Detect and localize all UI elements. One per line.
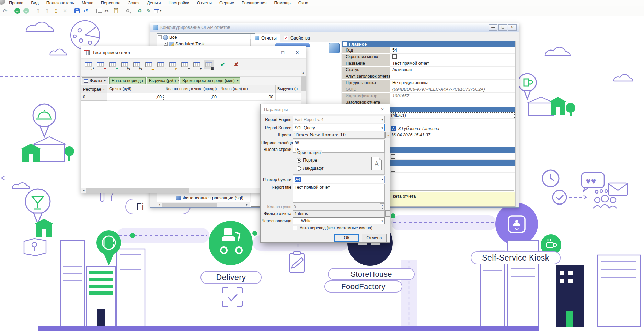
- layout-checkbox[interactable]: [391, 120, 395, 124]
- scroll-left-icon[interactable]: ◄: [157, 202, 162, 207]
- chart-icon[interactable]: ▄: [143, 60, 154, 69]
- tree-item-sheduled-task[interactable]: + Sheduled Task: [164, 41, 205, 46]
- menu-item-user[interactable]: Пользователь: [43, 0, 78, 6]
- close-button[interactable]: ×: [291, 48, 303, 57]
- percent-row-icon[interactable]: %: [119, 60, 130, 69]
- collapse-icon[interactable]: −: [95, 60, 106, 69]
- row-dimension-button[interactable]: Ресторан ▼: [81, 85, 107, 93]
- menu-item-view[interactable]: Вид: [27, 0, 42, 6]
- copy-icon[interactable]: [94, 7, 102, 15]
- import-icon[interactable]: ↥: [52, 7, 60, 15]
- filter-field-idle-time[interactable]: Время простоя средн (мин) ▼: [180, 77, 240, 84]
- paper-size-select[interactable]: A4 ▾: [293, 176, 385, 183]
- scroll-thumb[interactable]: [162, 203, 217, 207]
- hide-checkbox[interactable]: [392, 54, 397, 59]
- edit-icon[interactable]: ✎: [145, 7, 153, 15]
- filter-icon[interactable]: ▼: [192, 60, 202, 69]
- new-doc-icon[interactable]: ▫: [156, 60, 166, 69]
- minimize-button[interactable]: —: [489, 24, 497, 31]
- maximize-button[interactable]: □: [277, 48, 289, 57]
- prop-value[interactable]: Не предустановка: [390, 80, 515, 86]
- minimize-button[interactable]: —: [263, 48, 274, 57]
- paste-icon[interactable]: [112, 7, 120, 15]
- tab-reports[interactable]: Отчеты: [251, 34, 280, 42]
- delete-icon[interactable]: ×: [61, 7, 69, 15]
- section-header-main[interactable]: − Главное: [342, 41, 515, 47]
- percent-col-icon[interactable]: %: [131, 60, 142, 69]
- col-width-input[interactable]: 88: [293, 140, 385, 146]
- tree-horizontal-scrollbar[interactable]: ◄ ►: [157, 202, 250, 207]
- column-header[interactable]: Чеков (нал) шт: [219, 85, 276, 93]
- tree-expand-icon[interactable]: +: [164, 42, 168, 46]
- font-field[interactable]: Times New Roman: 10: [293, 132, 385, 139]
- filter-field-period[interactable]: Начало периода ▼: [109, 77, 146, 84]
- menu-item-service[interactable]: Сервис: [216, 0, 238, 6]
- table-view-icon[interactable]: ▾: [153, 7, 162, 15]
- data-cell[interactable]: ,00: [164, 93, 219, 101]
- sync-icon[interactable]: ⟳: [1, 7, 9, 15]
- scroll-right-icon[interactable]: ►: [245, 202, 250, 207]
- auto-translate-checkbox[interactable]: Авто перевод (исп. системные имена): [293, 225, 372, 230]
- expand-icon[interactable]: +: [107, 60, 118, 69]
- report-engine-select[interactable]: Fast Report v. 4 ▾: [293, 116, 385, 123]
- recycle-icon[interactable]: ♻: [136, 7, 144, 15]
- menu-item-window[interactable]: Окно: [295, 0, 312, 6]
- search-icon[interactable]: [124, 7, 132, 15]
- back-icon[interactable]: ←: [13, 7, 21, 15]
- menu-item-staff[interactable]: Персонал: [97, 0, 124, 6]
- door-in-icon[interactable]: ▯: [34, 7, 42, 15]
- filter-browse-button[interactable]: ...: [385, 210, 390, 217]
- tree-item-all[interactable]: − Все: [158, 35, 177, 40]
- cancel-button[interactable]: Отмена: [362, 234, 387, 242]
- data-cell[interactable]: ,00: [107, 93, 164, 101]
- column-header[interactable]: Ср чек (руб): [107, 85, 164, 93]
- scroll-left-icon[interactable]: ◄: [81, 188, 86, 193]
- font-browse-button[interactable]: ...: [385, 132, 390, 138]
- collapse-section-icon[interactable]: −: [343, 42, 347, 46]
- menu-item-help[interactable]: Помощь: [271, 0, 294, 6]
- spin-up-icon[interactable]: ▲: [380, 203, 385, 207]
- menu-item-money[interactable]: Деньги: [143, 0, 164, 6]
- cut-icon[interactable]: ✂: [103, 7, 111, 15]
- groups-spinner[interactable]: ▲ ▼: [380, 203, 385, 210]
- scroll-thumb[interactable]: [86, 188, 189, 193]
- facts-button[interactable]: Факты ▼: [82, 77, 108, 84]
- banding-select[interactable]: White ▾: [293, 217, 385, 224]
- portrait-radio[interactable]: Портрет: [297, 158, 319, 163]
- report-titlebar[interactable]: Тест прямой отчет — □ ×: [81, 46, 306, 59]
- prop-value[interactable]: [390, 73, 515, 80]
- column-header[interactable]: Выручка (н: [276, 85, 301, 93]
- report-title-textarea[interactable]: Тест прямой отчет: [293, 184, 385, 203]
- row-header[interactable]: 0: [81, 93, 107, 101]
- scroll-thumb[interactable]: [301, 76, 306, 91]
- spin-down-icon[interactable]: ▼: [380, 207, 385, 210]
- section3-checkbox[interactable]: [391, 154, 395, 159]
- prop-value[interactable]: [390, 99, 515, 106]
- save-icon[interactable]: [73, 7, 81, 15]
- menu-item-edit[interactable]: Правка: [5, 0, 27, 6]
- menu-item-extensions[interactable]: Расширения: [238, 0, 270, 6]
- grid-icon[interactable]: ▦: [204, 60, 214, 69]
- maximize-button[interactable]: □: [498, 24, 507, 31]
- dialog-titlebar[interactable]: Параметры ×: [261, 104, 390, 114]
- prop-value[interactable]: [390, 54, 515, 60]
- forward-icon[interactable]: →: [22, 7, 30, 15]
- column-header[interactable]: Кол-во позиц в чеке (средн): [164, 85, 219, 93]
- propgrid-scrollbar[interactable]: [515, 41, 519, 207]
- menu-item-menu[interactable]: Меню: [78, 0, 97, 6]
- report-filter-field[interactable]: 1 items: [293, 210, 385, 217]
- open-icon[interactable]: ►: [168, 60, 178, 69]
- section4-checkbox[interactable]: [391, 167, 395, 172]
- tab-properties[interactable]: ✓ Свойства: [280, 34, 313, 42]
- data-cell[interactable]: ,00: [219, 93, 276, 101]
- scroll-up-icon[interactable]: ▲: [301, 70, 306, 75]
- menu-item-order[interactable]: Заказ: [125, 0, 143, 6]
- report-source-select[interactable]: SQL Query ▾: [293, 124, 385, 131]
- prop-value[interactable]: Активный: [390, 67, 515, 73]
- tree-item-fin-transactions[interactable]: Финансовые транзакции (sql): [176, 195, 243, 200]
- apply-icon[interactable]: ✔: [218, 60, 228, 69]
- prop-value[interactable]: Тест прямой отчет: [390, 60, 515, 67]
- landscape-radio[interactable]: Ландшафт: [297, 166, 324, 171]
- menu-item-settings[interactable]: Настройки: [165, 0, 193, 6]
- data-cell[interactable]: [276, 93, 301, 101]
